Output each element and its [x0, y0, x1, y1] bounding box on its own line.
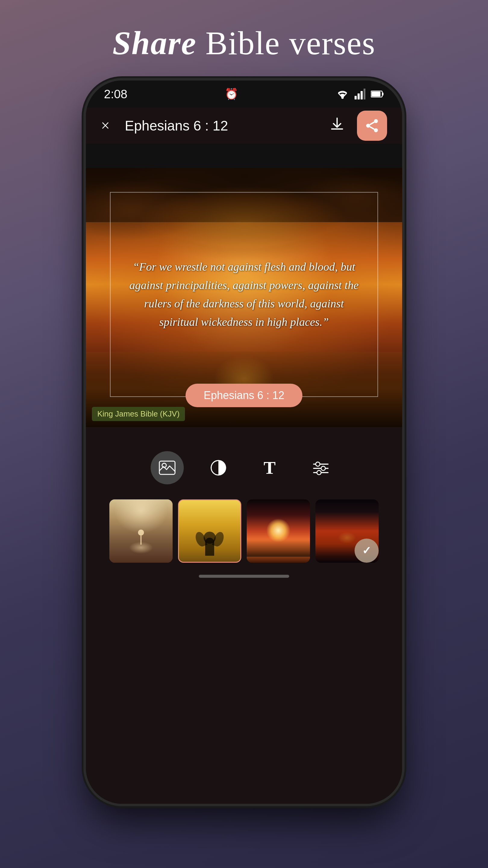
- svg-rect-13: [159, 461, 175, 474]
- svg-rect-2: [358, 93, 360, 99]
- svg-rect-7: [382, 93, 384, 96]
- download-button[interactable]: [329, 116, 345, 135]
- verse-image: “For we wrestle not against flesh and bl…: [86, 168, 402, 427]
- svg-line-11: [370, 127, 375, 129]
- thumbnail-4-check: ✓: [355, 538, 379, 563]
- title-light: Bible verses: [196, 25, 375, 61]
- svg-rect-3: [361, 91, 363, 99]
- signal-icon: [355, 89, 365, 99]
- thumbnail-2[interactable]: [178, 499, 241, 563]
- svg-point-20: [316, 462, 320, 466]
- tool-row: T: [151, 451, 337, 484]
- black-spacer: [86, 144, 402, 168]
- adjust-tool-icon: [313, 460, 329, 475]
- phone-frame: 2:08 ⏰ ×: [86, 81, 402, 804]
- svg-rect-1: [355, 96, 357, 99]
- page-title: Share Bible verses: [112, 24, 375, 62]
- status-icons: [336, 89, 384, 99]
- svg-point-22: [317, 470, 321, 475]
- home-indicator: [199, 575, 289, 578]
- wifi-icon: [336, 89, 349, 99]
- toolbar-title: Ephesians 6 : 12: [122, 118, 317, 134]
- verse-reference-text: Ephesians 6 : 12: [204, 389, 284, 401]
- verse-text: “For we wrestle not against flesh and bl…: [126, 258, 362, 331]
- svg-rect-4: [364, 89, 365, 99]
- share-button[interactable]: [357, 111, 387, 141]
- tool-contrast-button[interactable]: [202, 451, 235, 484]
- verse-box: “For we wrestle not against flesh and bl…: [110, 192, 378, 397]
- share-icon: [364, 118, 380, 133]
- verse-reference-pill: Ephesians 6 : 12: [186, 384, 302, 407]
- contrast-tool-icon: [210, 459, 227, 476]
- bottom-panel: T: [86, 427, 402, 804]
- thumbnail-1[interactable]: [109, 499, 173, 563]
- download-icon: [329, 116, 345, 132]
- svg-rect-6: [371, 92, 381, 96]
- title-bold: Share: [112, 25, 196, 61]
- thumbnail-4[interactable]: ✓: [315, 499, 379, 563]
- tool-adjust-button[interactable]: [304, 451, 337, 484]
- toolbar: × Ephesians 6 : 12: [86, 107, 402, 144]
- kjv-badge: King James Bible (KJV): [92, 407, 185, 421]
- svg-point-8: [374, 119, 378, 123]
- svg-line-12: [370, 122, 375, 125]
- status-alarm-icon: ⏰: [225, 88, 238, 100]
- svg-point-21: [321, 466, 325, 470]
- text-tool-icon: T: [264, 458, 275, 478]
- close-button[interactable]: ×: [101, 118, 110, 133]
- tool-image-button[interactable]: [151, 451, 184, 484]
- battery-icon: [371, 90, 384, 98]
- thumbnail-row: ✓: [100, 499, 388, 563]
- thumbnail-3[interactable]: [247, 499, 310, 563]
- status-time: 2:08: [104, 87, 127, 101]
- svg-point-0: [341, 96, 344, 99]
- image-tool-icon: [159, 460, 175, 475]
- svg-point-9: [366, 124, 370, 128]
- status-bar: 2:08 ⏰: [86, 81, 402, 107]
- svg-point-10: [374, 128, 378, 132]
- tool-text-button[interactable]: T: [253, 451, 286, 484]
